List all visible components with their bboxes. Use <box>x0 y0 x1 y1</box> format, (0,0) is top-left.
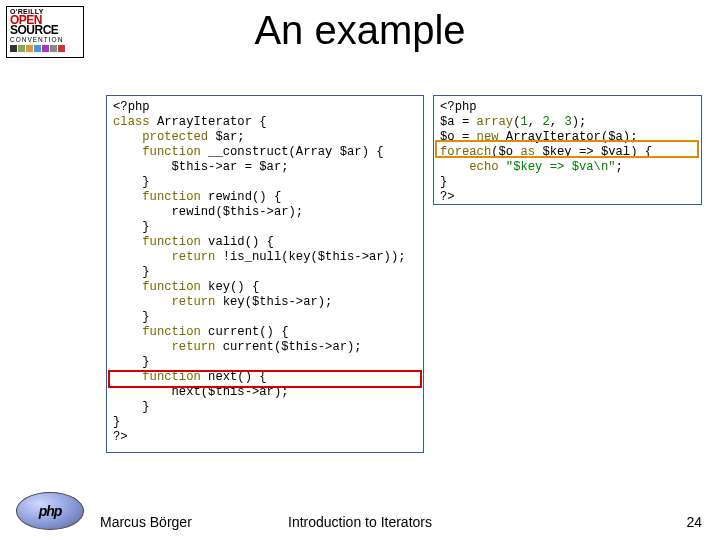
footer-page-number: 24 <box>686 514 702 530</box>
code-block-left: <?php class ArrayIterator { protected $a… <box>106 95 424 453</box>
highlight-orange <box>435 140 699 158</box>
highlight-red <box>108 370 422 388</box>
code-line: <?php <box>113 100 150 114</box>
footer-title: Introduction to Iterators <box>0 514 720 530</box>
code-kw: class <box>113 115 157 129</box>
slide-title: An example <box>0 8 720 53</box>
